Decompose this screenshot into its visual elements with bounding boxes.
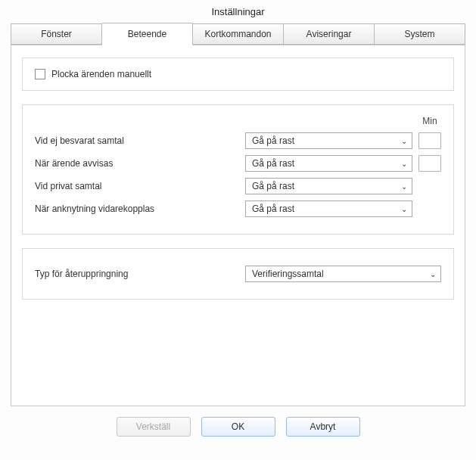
- row-private: Vid privat samtal Gå på rast ⌄: [35, 178, 441, 194]
- row-unanswered: Vid ej besvarat samtal Gå på rast ⌄: [35, 132, 441, 149]
- tabpanel-behaviour: Plocka ärenden manuellt Min Vid ej besva…: [11, 45, 465, 406]
- select-private-value: Gå på rast: [252, 181, 294, 191]
- dialog-buttonbar: Verkställ OK Avbryt: [0, 417, 476, 437]
- label-unanswered: Vid ej besvarat samtal: [35, 135, 239, 146]
- checkbox-manual-pick-label: Plocka ärenden manuellt: [51, 69, 151, 79]
- tab-behaviour[interactable]: Beteende: [102, 23, 193, 45]
- chevron-down-icon: ⌄: [430, 270, 436, 278]
- row-rejected: När ärende avvisas Gå på rast ⌄: [35, 155, 441, 172]
- select-private[interactable]: Gå på rast ⌄: [245, 178, 412, 194]
- apply-button: Verkställ: [117, 417, 191, 437]
- min-spacer: [418, 178, 441, 194]
- select-rejected-value: Gå på rast: [252, 158, 294, 169]
- checkbox-manual-pick[interactable]: [35, 69, 45, 79]
- label-callback: Typ för återuppringning: [35, 269, 239, 279]
- chevron-down-icon: ⌄: [401, 137, 407, 145]
- row-forwarded: När anknytning vidarekopplas Gå på rast …: [35, 200, 441, 217]
- select-forwarded-value: Gå på rast: [252, 204, 294, 214]
- select-unanswered-value: Gå på rast: [252, 135, 294, 146]
- ok-button[interactable]: OK: [201, 417, 275, 437]
- tabbar: Fönster Beteende Kortkommandon Avisering…: [11, 22, 465, 45]
- select-callback[interactable]: Verifieringssamtal ⌄: [245, 266, 441, 282]
- settings-dialog: Inställningar Fönster Beteende Kortkomma…: [0, 0, 476, 460]
- min-input-unanswered[interactable]: [418, 132, 441, 149]
- select-unanswered[interactable]: Gå på rast ⌄: [245, 132, 412, 149]
- tab-windows[interactable]: Fönster: [11, 23, 102, 45]
- checkbox-row-manual: Plocka ärenden manuellt: [35, 69, 441, 79]
- label-private: Vid privat samtal: [35, 181, 239, 191]
- tab-shortcuts[interactable]: Kortkommandon: [193, 23, 284, 45]
- min-input-rejected[interactable]: [418, 155, 441, 172]
- group-actions: Min Vid ej besvarat samtal Gå på rast ⌄ …: [22, 104, 454, 235]
- chevron-down-icon: ⌄: [401, 160, 407, 168]
- select-callback-value: Verifieringssamtal: [252, 269, 324, 279]
- label-rejected: När ärende avvisas: [35, 158, 239, 169]
- select-rejected[interactable]: Gå på rast ⌄: [245, 155, 412, 172]
- cancel-button[interactable]: Avbryt: [286, 417, 360, 437]
- label-forwarded: När anknytning vidarekopplas: [35, 204, 239, 214]
- tab-system[interactable]: System: [375, 23, 465, 45]
- chevron-down-icon: ⌄: [401, 182, 407, 191]
- group-manual-pick: Plocka ärenden manuellt: [22, 58, 454, 91]
- min-column-header: Min: [418, 116, 441, 126]
- chevron-down-icon: ⌄: [401, 205, 407, 213]
- tab-notifications[interactable]: Aviseringar: [284, 23, 375, 45]
- min-spacer: [418, 200, 441, 217]
- dialog-title: Inställningar: [0, 0, 476, 22]
- row-callback: Typ för återuppringning Verifieringssamt…: [35, 266, 441, 282]
- group-callback: Typ för återuppringning Verifieringssamt…: [22, 248, 454, 300]
- select-forwarded[interactable]: Gå på rast ⌄: [245, 200, 412, 217]
- header-row: Min: [35, 116, 441, 126]
